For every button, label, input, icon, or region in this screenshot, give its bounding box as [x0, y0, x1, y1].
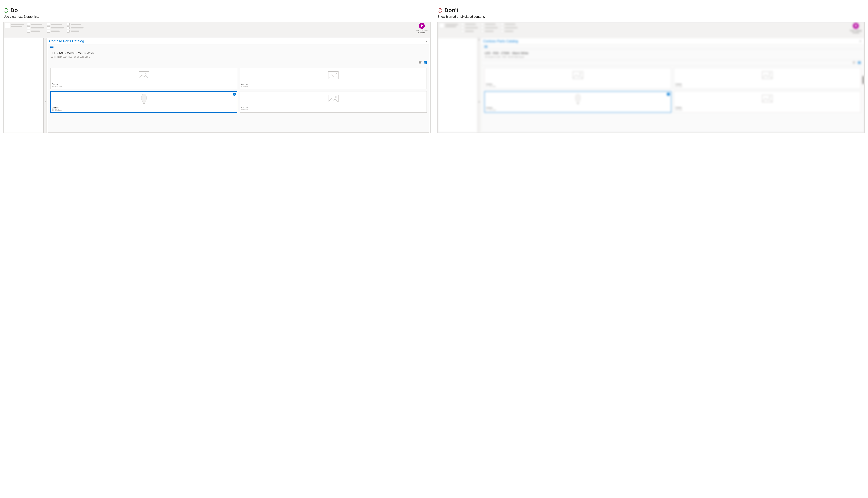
addin-name: Parts Catalog — [416, 29, 428, 31]
product-spec: 60 - 65w Equal — [52, 109, 236, 111]
ribbon-addin-button[interactable]: Parts Catalog Contoso — [415, 23, 429, 37]
ribbon-addin-button[interactable]: Parts Catalog Contoso — [848, 23, 863, 37]
ribbon-placeholder-check[interactable] — [481, 26, 484, 29]
product-card[interactable]: Contoso 85w Equal — [674, 68, 861, 89]
hamburger-menu-button[interactable] — [48, 44, 429, 49]
ribbon-placeholder-line — [445, 24, 458, 25]
ribbon-placeholder-check[interactable] — [481, 23, 484, 26]
filter-title: LED - R30 - 2700K - Warm White — [485, 52, 860, 55]
ribbon-placeholder-check[interactable] — [47, 30, 50, 32]
ribbon-placeholder-check[interactable] — [481, 30, 484, 32]
product-grid: Contoso 60 - 65w Equal Conto — [482, 65, 863, 115]
scrollbar[interactable]: ▲ ▼ — [478, 38, 481, 133]
dont-heading-row: Don't — [438, 7, 865, 14]
document-body: ▲ ▼ Contoso Parts Catalog ▼ LED - R30 - … — [438, 38, 864, 133]
ribbon-placeholder-line — [11, 26, 22, 27]
product-brand: Contoso — [52, 107, 236, 109]
ribbon-placeholder-check[interactable] — [461, 26, 464, 29]
product-card[interactable]: Contoso 85w Equal — [240, 68, 427, 89]
do-column: Do Use clear text & graphics. — [3, 7, 430, 133]
ribbon-placeholder-check[interactable] — [67, 30, 69, 32]
ribbon-placeholder-line — [505, 24, 515, 25]
ribbon-placeholder-line — [485, 24, 496, 25]
product-spec: 85w Equal — [241, 86, 425, 87]
scrollbar-thumb[interactable] — [862, 76, 864, 84]
ribbon-placeholder-line — [51, 30, 60, 32]
ribbon-placeholder-check[interactable] — [5, 23, 10, 28]
ribbon-placeholder-check[interactable] — [47, 26, 50, 29]
ribbon-placeholder-check[interactable] — [27, 23, 30, 26]
placeholder-image-icon — [139, 71, 149, 79]
ribbon-placeholder-check[interactable] — [67, 26, 69, 29]
ribbon-placeholder-check[interactable] — [47, 23, 50, 26]
ribbon-placeholder-check[interactable] — [501, 23, 504, 26]
comparison-wrapper: Do Use clear text & graphics. — [3, 2, 865, 133]
ribbon-placeholder-line — [31, 24, 42, 25]
ribbon-placeholder-line — [71, 27, 83, 28]
scrollbar[interactable]: ▲ ▼ — [43, 38, 47, 133]
product-spec: 85w Equal — [675, 109, 859, 111]
do-heading-row: Do — [3, 7, 430, 14]
list-view-button[interactable] — [419, 62, 422, 64]
ribbon-placeholder-check[interactable] — [67, 23, 69, 26]
scroll-down-icon[interactable]: ▼ — [478, 100, 480, 103]
filter-title: LED - R30 - 2700K - Warm White — [51, 52, 426, 55]
ribbon-placeholder-check[interactable] — [27, 30, 30, 32]
product-card[interactable]: Contoso 60 - 65w Equal — [484, 68, 671, 89]
ribbon: Parts Catalog Contoso — [438, 22, 864, 38]
ribbon-placeholder-check[interactable] — [461, 23, 464, 26]
check-circle-icon — [3, 8, 8, 13]
ribbon-placeholder-line — [11, 24, 24, 25]
lightbulb-icon — [853, 23, 859, 29]
dont-heading: Don't — [444, 7, 458, 14]
ribbon-placeholder-check[interactable] — [501, 30, 504, 32]
placeholder-image-icon — [762, 95, 773, 102]
grid-view-button[interactable] — [424, 62, 427, 64]
pane-menu-caret-icon[interactable]: ▼ — [859, 40, 862, 43]
scroll-up-icon[interactable]: ▲ — [44, 38, 47, 41]
list-view-button[interactable] — [853, 62, 855, 64]
ribbon: Parts Catalog Contoso — [4, 22, 430, 38]
ribbon-placeholder-line — [465, 30, 474, 32]
scroll-up-icon[interactable]: ▲ — [478, 38, 480, 41]
product-brand: Contoso — [52, 83, 236, 85]
do-heading: Do — [10, 7, 18, 14]
product-card[interactable]: Contoso 85w Equal — [674, 91, 861, 113]
ribbon-placeholder-line — [485, 30, 494, 32]
product-spec: 60 - 65w Equal — [52, 86, 236, 87]
ribbon-placeholder-line — [31, 27, 44, 28]
product-grid: Contoso 60 - 65w Equal Conto — [48, 65, 429, 115]
ribbon-placeholder-check[interactable] — [27, 26, 30, 29]
pane-title: Contoso Parts Catalog — [483, 39, 859, 43]
ribbon-placeholder-check[interactable] — [461, 30, 464, 32]
product-spec: 85w Equal — [241, 109, 425, 111]
selected-check-icon — [233, 93, 236, 96]
document-page — [438, 38, 478, 133]
scroll-down-icon[interactable]: ▼ — [44, 100, 47, 103]
ribbon-placeholder-line — [51, 24, 62, 25]
filter-results-count: 16 results in LED - R30 - 60-65 Watt Equ… — [51, 56, 426, 58]
placeholder-image-icon — [328, 71, 338, 79]
addin-company: Contoso — [416, 31, 428, 34]
pane-title: Contoso Parts Catalog — [49, 39, 425, 43]
product-bulb-image — [140, 93, 148, 104]
filter-summary: LED - R30 - 2700K - Warm White 16 result… — [48, 49, 429, 60]
ribbon-placeholder-check[interactable] — [439, 23, 444, 28]
pane-menu-caret-icon[interactable]: ▼ — [425, 40, 428, 43]
hamburger-menu-button[interactable] — [482, 44, 863, 49]
ribbon-placeholder-line — [445, 26, 456, 27]
product-card[interactable]: Contoso 60 - 65w Equal — [484, 91, 671, 113]
grid-view-button[interactable] — [858, 62, 861, 64]
document-body: ▲ ▼ Contoso Parts Catalog ▼ LED - R30 - … — [4, 38, 430, 133]
ribbon-placeholder-check[interactable] — [501, 26, 504, 29]
do-subtitle: Use clear text & graphics. — [3, 15, 430, 18]
product-card[interactable]: Contoso 85w Equal — [240, 91, 427, 113]
selected-check-icon — [667, 93, 670, 96]
filter-results-count: 16 results in LED - R30 - 60-65 Watt Equ… — [485, 56, 860, 58]
ribbon-placeholder-line — [505, 27, 518, 28]
product-card[interactable]: Contoso 60 - 65w Equal — [50, 68, 237, 89]
product-bulb-image — [574, 93, 582, 104]
dont-subtitle: Show blurred or pixelated content. — [438, 15, 865, 18]
task-pane: Contoso Parts Catalog ▼ LED - R30 - 2700… — [481, 38, 864, 133]
product-card[interactable]: Contoso 60 - 65w Equal — [50, 91, 237, 113]
